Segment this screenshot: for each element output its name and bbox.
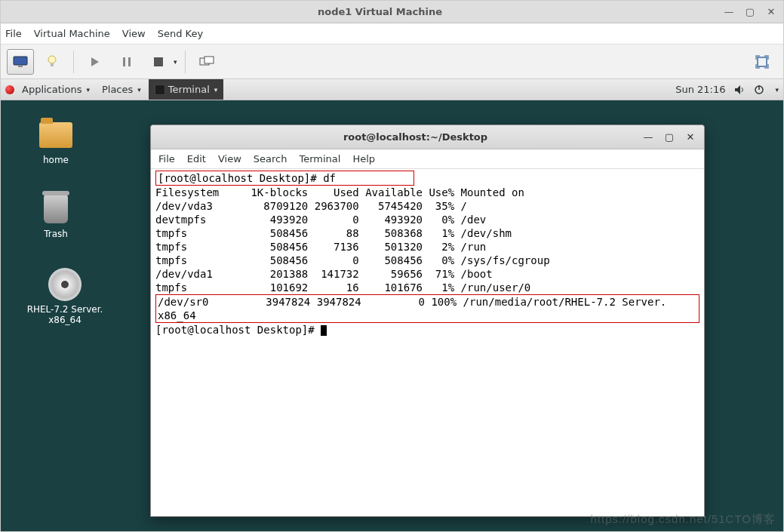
places-menu[interactable]: Places▾: [97, 84, 146, 95]
bulb-icon: [47, 55, 57, 69]
shutdown-dropdown[interactable]: ▾: [174, 58, 177, 66]
svg-rect-5: [123, 57, 125, 66]
snapshot-button[interactable]: [193, 49, 220, 75]
term-menu-view[interactable]: View: [218, 153, 241, 165]
vm-menubar: File Virtual Machine View Send Key: [1, 23, 783, 45]
folder-icon: [39, 122, 72, 148]
terminal-prompt: [root@localhost Desktop]#: [155, 324, 321, 336]
terminal-icon: [155, 85, 165, 95]
highlight-sr0-mount: /dev/sr0 3947824 3947824 0 100% /run/med…: [155, 294, 699, 323]
term-menu-search[interactable]: Search: [254, 153, 287, 165]
applications-menu[interactable]: Applications▾: [17, 84, 94, 95]
df-row: /dev/vda3 8709120 2963700 5745420 35% /: [155, 200, 467, 212]
vm-titlebar: node1 Virtual Machine — ▢ ✕: [1, 1, 783, 23]
screens-icon: [199, 56, 214, 68]
gnome-top-panel: Applications▾ Places▾ Terminal▾ Sun 21:1…: [1, 79, 783, 100]
redhat-icon: [5, 85, 14, 94]
terminal-close-icon[interactable]: ✕: [684, 131, 696, 143]
desktop-icon-label: RHEL-7.2 Server. x86_64: [27, 304, 103, 326]
df-row: tmpfs 508456 7136 501320 2% /run: [155, 241, 486, 253]
terminal-titlebar[interactable]: root@localhost:~/Desktop — ▢ ✕: [151, 125, 704, 149]
vm-menu-send-key[interactable]: Send Key: [158, 28, 203, 39]
svg-rect-1: [18, 66, 23, 67]
vm-menu-view[interactable]: View: [122, 28, 146, 39]
svg-rect-0: [14, 57, 27, 65]
svg-rect-6: [128, 57, 131, 66]
highlight-df-command: [root@localhost Desktop]# df: [155, 171, 414, 186]
pause-icon: [122, 57, 131, 67]
fullscreen-icon: [755, 55, 769, 69]
watermark-text: https://blog.csdn.net/51CTO博客: [591, 512, 776, 527]
df-header: Filesystem 1K-blocks Used Available Use%…: [155, 186, 524, 198]
desktop-icon-trash[interactable]: Trash: [23, 192, 88, 239]
taskbar-terminal-label: Terminal: [168, 84, 210, 95]
maximize-icon[interactable]: ▢: [744, 6, 756, 17]
vm-menu-virtual-machine[interactable]: Virtual Machine: [34, 28, 110, 39]
desktop-icon-label: Trash: [44, 229, 68, 239]
svg-marker-4: [91, 57, 99, 66]
desktop-icon-label: home: [43, 155, 69, 165]
minimize-icon[interactable]: —: [723, 6, 735, 17]
terminal-window: root@localhost:~/Desktop — ▢ ✕ File Edit…: [150, 125, 705, 517]
volume-icon[interactable]: [734, 85, 745, 95]
vm-window-title: node1 Virtual Machine: [37, 6, 723, 17]
console-button[interactable]: [7, 49, 34, 75]
svg-marker-11: [735, 85, 740, 94]
play-icon: [91, 57, 100, 67]
power-icon: [152, 56, 164, 68]
desktop-icon-home[interactable]: home: [23, 118, 88, 165]
cursor-icon: [321, 325, 327, 336]
svg-point-2: [48, 56, 56, 63]
df-row: devtmpfs 493920 0 493920 0% /dev: [155, 214, 486, 226]
clock-label[interactable]: Sun 21:16: [675, 84, 725, 95]
df-row: tmpfs 508456 0 508456 0% /sys/fs/cgroup: [155, 254, 550, 266]
applications-label: Applications: [22, 84, 81, 95]
terminal-maximize-icon[interactable]: ▢: [663, 131, 675, 143]
terminal-menubar: File Edit View Search Terminal Help: [151, 149, 704, 169]
disc-icon: [48, 268, 81, 301]
term-menu-help[interactable]: Help: [352, 153, 375, 165]
taskbar-terminal[interactable]: Terminal▾: [149, 79, 223, 100]
term-menu-file[interactable]: File: [158, 153, 175, 165]
svg-rect-10: [758, 57, 767, 66]
pause-button[interactable]: [113, 49, 140, 75]
guest-desktop[interactable]: home Trash RHEL-7.2 Server. x86_64 root@…: [1, 100, 783, 531]
vm-menu-file[interactable]: File: [5, 28, 22, 39]
monitor-icon: [13, 56, 28, 68]
power-menu-icon[interactable]: [754, 85, 764, 95]
trash-icon: [44, 195, 68, 223]
term-menu-edit[interactable]: Edit: [187, 153, 206, 165]
info-button[interactable]: [38, 49, 66, 75]
terminal-body[interactable]: [root@localhost Desktop]# df Filesystem …: [151, 169, 704, 516]
term-menu-terminal[interactable]: Terminal: [299, 153, 340, 165]
system-menu-dropdown[interactable]: ▾: [775, 86, 779, 94]
df-row: /dev/vda1 201388 141732 59656 71% /boot: [155, 268, 493, 280]
places-label: Places: [102, 84, 133, 95]
svg-rect-3: [51, 63, 54, 66]
terminal-title: root@localhost:~/Desktop: [189, 131, 642, 143]
df-row: tmpfs 101692 16 101676 1% /run/user/0: [155, 281, 530, 294]
desktop-icon-rhel-disc[interactable]: RHEL-7.2 Server. x86_64: [23, 268, 106, 326]
fullscreen-button[interactable]: [749, 49, 776, 75]
run-button[interactable]: [81, 49, 109, 75]
svg-rect-7: [154, 57, 163, 66]
close-icon[interactable]: ✕: [765, 6, 777, 17]
shutdown-button[interactable]: [145, 49, 172, 75]
df-row: tmpfs 508456 88 508368 1% /dev/shm: [155, 227, 512, 239]
vm-toolbar: ▾: [1, 45, 783, 79]
svg-rect-9: [204, 57, 214, 63]
terminal-minimize-icon[interactable]: —: [642, 131, 654, 143]
